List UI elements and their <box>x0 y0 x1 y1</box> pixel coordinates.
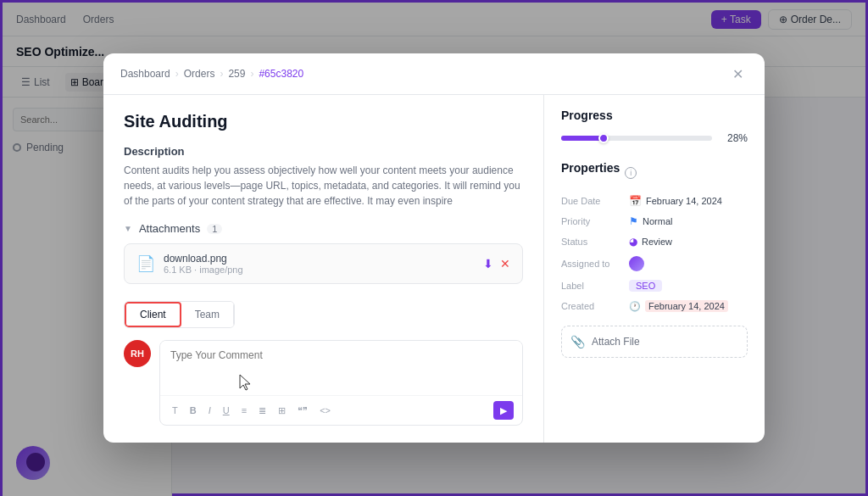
modal-sidebar: Progress 28% Properties i <box>544 95 765 443</box>
attachment-item: 📄 download.png 6.1 KB · image/png ⬇ ✕ <box>124 243 523 284</box>
progress-percentage: 28% <box>721 132 748 144</box>
status-value: ◕ Review <box>629 236 748 248</box>
status-icon: ◕ <box>629 236 637 248</box>
submit-comment-button[interactable]: ▶ <box>493 401 514 420</box>
format-text-btn[interactable]: T <box>169 404 181 417</box>
format-list-btn[interactable]: ≡ <box>238 404 250 417</box>
format-italic-btn[interactable]: I <box>205 404 214 417</box>
progress-bar-container: 28% <box>561 132 748 144</box>
breadcrumb-sep-2: › <box>220 68 223 80</box>
attach-file-icon: 📎 <box>570 335 585 348</box>
tab-team[interactable]: Team <box>181 302 234 327</box>
file-name: download.png <box>164 253 475 265</box>
comment-toolbar: T B I U ≡ ≣ ⊞ ❝❞ <> ▶ <box>160 395 522 425</box>
attach-file-button[interactable]: 📎 Attach File <box>561 326 748 358</box>
progress-handle <box>598 133 609 143</box>
due-date-value: 📅 February 14, 2024 <box>629 195 748 207</box>
label-row: Label SEO <box>561 280 748 292</box>
comment-input[interactable] <box>160 341 522 392</box>
assigned-label: Assigned to <box>561 259 629 269</box>
status-row: Status ◕ Review <box>561 236 748 248</box>
priority-row: Priority ⚑ Normal <box>561 215 748 227</box>
breadcrumb-dashboard[interactable]: Dashboard <box>120 68 170 80</box>
modal-main: Site Auditing Description Content audits… <box>103 95 544 443</box>
assigned-value <box>629 256 748 271</box>
attachments-section: ▼ Attachments 1 📄 download.png 6.1 KB · … <box>124 222 523 284</box>
breadcrumb-sep-3: › <box>250 68 253 80</box>
status-label: Status <box>561 237 629 247</box>
task-modal: Dashboard › Orders › 259 › #65c3820 ✕ Si… <box>103 53 765 443</box>
attachments-label: Attachments <box>139 222 200 235</box>
file-meta: 6.1 KB · image/png <box>164 265 475 275</box>
clock-icon: 🕐 <box>629 301 641 312</box>
breadcrumb-orders[interactable]: Orders <box>184 68 215 80</box>
chevron-down-icon: ▼ <box>124 224 132 233</box>
priority-value: ⚑ Normal <box>629 215 748 227</box>
due-date-label: Due Date <box>561 196 629 206</box>
close-modal-button[interactable]: ✕ <box>727 64 748 84</box>
created-date: February 14, 2024 <box>645 300 728 312</box>
due-date-row: Due Date 📅 February 14, 2024 <box>561 195 748 207</box>
task-title: Site Auditing <box>124 112 523 131</box>
tab-client[interactable]: Client <box>125 302 181 327</box>
properties-section: Properties i Due Date 📅 February 14, 202… <box>561 161 748 312</box>
breadcrumb-current: #65c3820 <box>259 68 303 80</box>
progress-title: Progress <box>561 109 748 122</box>
info-icon: i <box>625 167 637 179</box>
format-quote-btn[interactable]: ❝❞ <box>294 404 311 418</box>
format-table-btn[interactable]: ⊞ <box>275 404 289 418</box>
created-value: 🕐 February 14, 2024 <box>629 300 748 312</box>
comment-area: RH T B <box>124 340 523 426</box>
comment-section: Client Team RH <box>124 301 523 426</box>
file-actions: ⬇ ✕ <box>483 257 510 270</box>
comment-box: T B I U ≡ ≣ ⊞ ❝❞ <> ▶ <box>159 340 523 426</box>
seo-badge[interactable]: SEO <box>629 280 662 292</box>
file-info: download.png 6.1 KB · image/png <box>164 253 475 275</box>
breadcrumb-number[interactable]: 259 <box>228 68 245 80</box>
progress-section: Progress 28% <box>561 109 748 144</box>
attachments-count: 1 <box>207 224 222 234</box>
assigned-row: Assigned to <box>561 256 748 271</box>
format-underline-btn[interactable]: U <box>220 404 233 417</box>
description-text: Content audits help you assess objective… <box>124 163 523 209</box>
properties-title: Properties <box>561 161 620 175</box>
format-code-btn[interactable]: <> <box>316 404 334 417</box>
priority-icon: ⚑ <box>629 215 638 227</box>
label-label: Label <box>561 281 629 291</box>
progress-bar-track[interactable] <box>561 136 712 141</box>
breadcrumb: Dashboard › Orders › 259 › #65c3820 <box>120 68 303 80</box>
modal-body: Site Auditing Description Content audits… <box>103 95 765 443</box>
properties-title-row: Properties i <box>561 161 748 185</box>
priority-label: Priority <box>561 216 629 226</box>
created-label: Created <box>561 301 629 311</box>
modal-overlay: Dashboard › Orders › 259 › #65c3820 ✕ Si… <box>0 0 868 496</box>
file-icon: 📄 <box>136 254 155 273</box>
description-label: Description <box>124 145 523 158</box>
comment-tabs: Client Team <box>124 301 235 328</box>
created-row: Created 🕐 February 14, 2024 <box>561 300 748 312</box>
delete-file-button[interactable]: ✕ <box>500 257 510 270</box>
format-ordered-list-btn[interactable]: ≣ <box>255 404 270 418</box>
assignee-avatar <box>629 256 644 271</box>
progress-bar-fill <box>561 136 604 141</box>
modal-header: Dashboard › Orders › 259 › #65c3820 ✕ <box>103 53 765 95</box>
calendar-icon: 📅 <box>629 195 642 207</box>
label-value: SEO <box>629 280 748 292</box>
commenter-avatar: RH <box>124 340 151 367</box>
download-file-button[interactable]: ⬇ <box>483 257 493 270</box>
format-bold-btn[interactable]: B <box>186 404 200 417</box>
breadcrumb-sep-1: › <box>175 68 179 80</box>
attachments-header[interactable]: ▼ Attachments 1 <box>124 222 523 235</box>
